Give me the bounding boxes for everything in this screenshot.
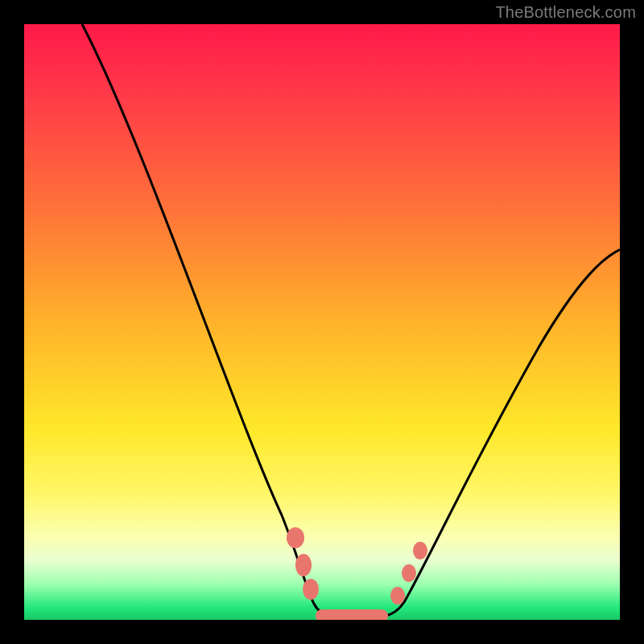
- marker-dot: [390, 587, 405, 605]
- marker-dot: [402, 564, 416, 582]
- plot-area: [24, 24, 620, 620]
- chart-frame: TheBottleneck.com: [0, 0, 644, 644]
- marker-dot: [287, 527, 304, 548]
- watermark-text: TheBottleneck.com: [495, 3, 636, 22]
- bottleneck-curve: [24, 24, 620, 620]
- marker-dot: [303, 579, 319, 600]
- floor-highlight: [316, 609, 388, 620]
- curve-path: [82, 24, 620, 617]
- marker-dot: [413, 542, 427, 559]
- marker-dot: [295, 554, 312, 576]
